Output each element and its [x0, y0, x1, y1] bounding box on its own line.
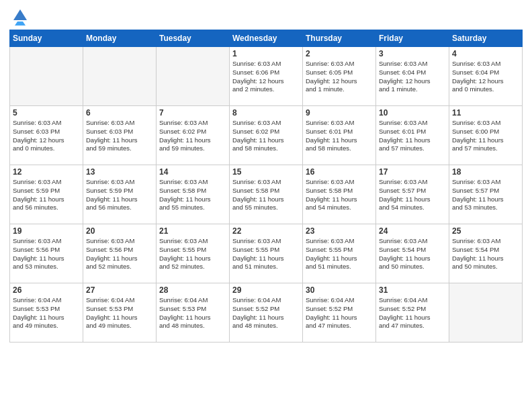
day-number: 29 [232, 285, 300, 295]
day-info: Sunrise: 6:04 AM Sunset: 5:52 PM Dayligh… [232, 296, 300, 330]
day-info: Sunrise: 6:03 AM Sunset: 6:04 PM Dayligh… [452, 60, 519, 94]
day-number: 4 [452, 49, 519, 58]
day-number: 9 [306, 108, 373, 118]
day-info: Sunrise: 6:04 AM Sunset: 5:52 PM Dayligh… [379, 296, 446, 330]
day-cell-7: 7Sunrise: 6:03 AM Sunset: 6:02 PM Daylig… [157, 106, 230, 165]
day-cell-6: 6Sunrise: 6:03 AM Sunset: 6:03 PM Daylig… [83, 106, 157, 165]
day-number: 15 [232, 167, 300, 177]
day-number: 12 [13, 167, 80, 177]
day-info: Sunrise: 6:03 AM Sunset: 6:04 PM Dayligh… [379, 60, 446, 94]
calendar-week-row: 19Sunrise: 6:03 AM Sunset: 5:56 PM Dayli… [10, 224, 523, 283]
day-cell-8: 8Sunrise: 6:03 AM Sunset: 6:02 PM Daylig… [230, 106, 303, 165]
day-cell-26: 26Sunrise: 6:04 AM Sunset: 5:53 PM Dayli… [10, 283, 83, 342]
day-cell-27: 27Sunrise: 6:04 AM Sunset: 5:53 PM Dayli… [83, 283, 157, 342]
day-cell-21: 21Sunrise: 6:03 AM Sunset: 5:55 PM Dayli… [157, 224, 230, 283]
day-cell-5: 5Sunrise: 6:03 AM Sunset: 6:03 PM Daylig… [10, 106, 83, 165]
day-info: Sunrise: 6:04 AM Sunset: 5:53 PM Dayligh… [159, 296, 226, 330]
day-number: 13 [86, 167, 153, 177]
day-info: Sunrise: 6:03 AM Sunset: 5:58 PM Dayligh… [159, 178, 226, 212]
svg-marker-1 [15, 21, 26, 26]
weekday-header-thursday: Thursday [303, 30, 376, 47]
day-info: Sunrise: 6:03 AM Sunset: 6:01 PM Dayligh… [379, 119, 446, 153]
day-cell-29: 29Sunrise: 6:04 AM Sunset: 5:52 PM Dayli… [230, 283, 303, 342]
day-cell-4: 4Sunrise: 6:03 AM Sunset: 6:04 PM Daylig… [449, 47, 523, 106]
day-info: Sunrise: 6:03 AM Sunset: 5:59 PM Dayligh… [86, 178, 153, 212]
day-number: 22 [232, 226, 300, 236]
day-info: Sunrise: 6:03 AM Sunset: 6:01 PM Dayligh… [306, 119, 373, 153]
day-info: Sunrise: 6:03 AM Sunset: 5:55 PM Dayligh… [306, 237, 373, 271]
calendar-week-row: 1Sunrise: 6:03 AM Sunset: 6:06 PM Daylig… [10, 47, 523, 106]
day-number: 31 [379, 285, 446, 295]
day-cell-24: 24Sunrise: 6:03 AM Sunset: 5:54 PM Dayli… [376, 224, 449, 283]
day-info: Sunrise: 6:03 AM Sunset: 6:02 PM Dayligh… [232, 119, 300, 153]
day-cell-20: 20Sunrise: 6:03 AM Sunset: 5:56 PM Dayli… [83, 224, 157, 283]
day-info: Sunrise: 6:03 AM Sunset: 5:55 PM Dayligh… [159, 237, 226, 271]
day-cell-16: 16Sunrise: 6:03 AM Sunset: 5:58 PM Dayli… [303, 165, 376, 224]
day-info: Sunrise: 6:03 AM Sunset: 6:03 PM Dayligh… [86, 119, 153, 153]
day-number: 16 [306, 167, 373, 177]
day-cell-3: 3Sunrise: 6:03 AM Sunset: 6:04 PM Daylig… [376, 47, 449, 106]
day-info: Sunrise: 6:03 AM Sunset: 5:54 PM Dayligh… [452, 237, 519, 271]
day-info: Sunrise: 6:03 AM Sunset: 5:56 PM Dayligh… [13, 237, 80, 271]
day-cell-10: 10Sunrise: 6:03 AM Sunset: 6:01 PM Dayli… [376, 106, 449, 165]
day-info: Sunrise: 6:03 AM Sunset: 5:55 PM Dayligh… [232, 237, 300, 271]
day-info: Sunrise: 6:04 AM Sunset: 5:53 PM Dayligh… [86, 296, 153, 330]
header [9, 7, 523, 26]
day-cell-13: 13Sunrise: 6:03 AM Sunset: 5:59 PM Dayli… [83, 165, 157, 224]
day-cell-9: 9Sunrise: 6:03 AM Sunset: 6:01 PM Daylig… [303, 106, 376, 165]
day-number: 27 [86, 285, 153, 295]
weekday-header-row: SundayMondayTuesdayWednesdayThursdayFrid… [10, 30, 523, 47]
page: SundayMondayTuesdayWednesdayThursdayFrid… [0, 0, 532, 411]
day-cell-28: 28Sunrise: 6:04 AM Sunset: 5:53 PM Dayli… [157, 283, 230, 342]
empty-cell [157, 47, 230, 106]
day-info: Sunrise: 6:03 AM Sunset: 5:56 PM Dayligh… [86, 237, 153, 271]
day-number: 17 [379, 167, 446, 177]
day-number: 1 [232, 49, 300, 58]
day-info: Sunrise: 6:03 AM Sunset: 6:05 PM Dayligh… [306, 60, 373, 94]
day-info: Sunrise: 6:03 AM Sunset: 5:57 PM Dayligh… [452, 178, 519, 212]
day-number: 8 [232, 108, 300, 118]
svg-marker-0 [13, 9, 27, 20]
day-info: Sunrise: 6:03 AM Sunset: 5:54 PM Dayligh… [379, 237, 446, 271]
day-cell-31: 31Sunrise: 6:04 AM Sunset: 5:52 PM Dayli… [376, 283, 449, 342]
day-number: 25 [452, 226, 519, 236]
weekday-header-saturday: Saturday [449, 30, 523, 47]
day-cell-11: 11Sunrise: 6:03 AM Sunset: 6:00 PM Dayli… [449, 106, 523, 165]
day-number: 21 [159, 226, 226, 236]
day-cell-23: 23Sunrise: 6:03 AM Sunset: 5:55 PM Dayli… [303, 224, 376, 283]
day-number: 11 [452, 108, 519, 118]
day-number: 6 [86, 108, 153, 118]
day-number: 3 [379, 49, 446, 58]
day-number: 18 [452, 167, 519, 177]
day-info: Sunrise: 6:03 AM Sunset: 6:06 PM Dayligh… [232, 60, 300, 94]
day-number: 23 [306, 226, 373, 236]
logo-area [9, 7, 30, 26]
day-cell-22: 22Sunrise: 6:03 AM Sunset: 5:55 PM Dayli… [230, 224, 303, 283]
day-cell-25: 25Sunrise: 6:03 AM Sunset: 5:54 PM Dayli… [449, 224, 523, 283]
day-cell-12: 12Sunrise: 6:03 AM Sunset: 5:59 PM Dayli… [10, 165, 83, 224]
day-cell-1: 1Sunrise: 6:03 AM Sunset: 6:06 PM Daylig… [230, 47, 303, 106]
day-number: 10 [379, 108, 446, 118]
empty-cell [10, 47, 83, 106]
day-info: Sunrise: 6:03 AM Sunset: 6:00 PM Dayligh… [452, 119, 519, 153]
calendar-week-row: 26Sunrise: 6:04 AM Sunset: 5:53 PM Dayli… [10, 283, 523, 342]
empty-cell [83, 47, 157, 106]
day-info: Sunrise: 6:03 AM Sunset: 6:02 PM Dayligh… [159, 119, 226, 153]
day-info: Sunrise: 6:03 AM Sunset: 5:58 PM Dayligh… [232, 178, 300, 212]
day-info: Sunrise: 6:03 AM Sunset: 5:58 PM Dayligh… [306, 178, 373, 212]
day-number: 14 [159, 167, 226, 177]
weekday-header-friday: Friday [376, 30, 449, 47]
day-number: 19 [13, 226, 80, 236]
day-cell-30: 30Sunrise: 6:04 AM Sunset: 5:52 PM Dayli… [303, 283, 376, 342]
calendar-week-row: 5Sunrise: 6:03 AM Sunset: 6:03 PM Daylig… [10, 106, 523, 165]
calendar-week-row: 12Sunrise: 6:03 AM Sunset: 5:59 PM Dayli… [10, 165, 523, 224]
day-info: Sunrise: 6:03 AM Sunset: 5:59 PM Dayligh… [13, 178, 80, 212]
day-number: 30 [306, 285, 373, 295]
day-number: 24 [379, 226, 446, 236]
day-info: Sunrise: 6:03 AM Sunset: 5:57 PM Dayligh… [379, 178, 446, 212]
day-number: 26 [13, 285, 80, 295]
logo-icon [11, 7, 30, 26]
day-info: Sunrise: 6:04 AM Sunset: 5:53 PM Dayligh… [13, 296, 80, 330]
weekday-header-monday: Monday [83, 30, 157, 47]
day-number: 7 [159, 108, 226, 118]
